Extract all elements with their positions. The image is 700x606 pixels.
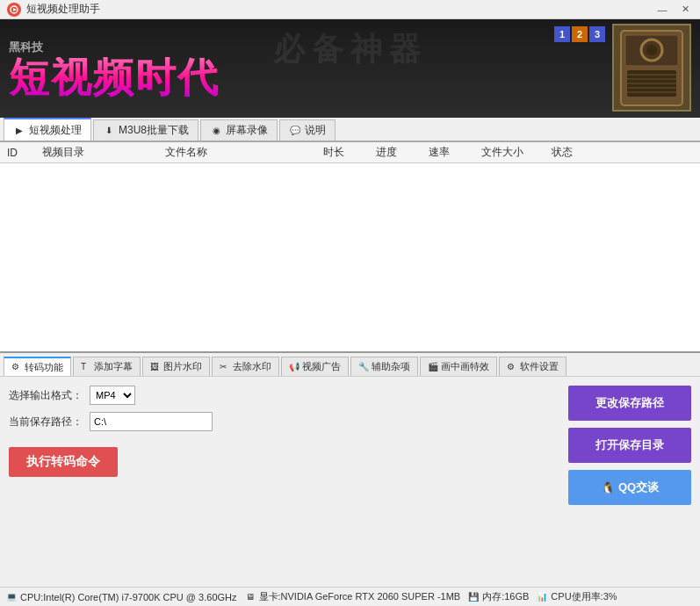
col-header-dir: 视频目录 <box>39 145 162 160</box>
badge-1: 1 <box>554 26 570 42</box>
gpu-icon: 🖥 <box>244 591 256 603</box>
qq-icon: 🐧 <box>601 481 615 494</box>
table-area: ID 视频目录 文件名称 时长 进度 速率 文件大小 状态 <box>0 142 700 353</box>
format-select[interactable]: MP4 AVI MKV FLV MOV <box>90 386 135 405</box>
col-header-id: ID <box>4 147 39 159</box>
badge-3: 3 <box>589 26 605 42</box>
status-bar: 💻 CPU:Intel(R) Core(TM) i7-9700K CPU @ 3… <box>0 587 700 606</box>
remove-watermark-icon: ✂ <box>220 362 230 372</box>
open-dir-button[interactable]: 打开保存目录 <box>568 428 691 463</box>
svg-point-5 <box>646 45 657 55</box>
ad-icon: 📢 <box>289 362 299 372</box>
func-content: 选择输出格式： MP4 AVI MKV FLV MOV 当前保存路径： 执行转码… <box>0 377 700 514</box>
svg-marker-1 <box>13 8 17 11</box>
tab-help-icon: 💬 <box>289 125 301 137</box>
func-tab-pip-label: 画中画特效 <box>441 360 489 373</box>
exec-transcode-button[interactable]: 执行转码命令 <box>9 447 118 477</box>
func-tab-pip[interactable]: 🎬 画中画特效 <box>420 357 497 376</box>
gpu-status: 🖥 显卡:NVIDIA GeForce RTX 2060 SUPER -1MB <box>244 590 461 603</box>
misc-icon: 🔧 <box>358 362 369 372</box>
title-bar: 短视频处理助手 — ✕ <box>0 0 700 19</box>
cpu-label: CPU:Intel(R) Core(TM) i7-9700K CPU @ 3.6… <box>20 592 237 602</box>
app-title: 短视频处理助手 <box>26 2 654 17</box>
func-tab-ad[interactable]: 📢 视频广告 <box>281 357 349 376</box>
change-path-button[interactable]: 更改保存路径 <box>568 386 691 421</box>
tab-screen-icon: ◉ <box>210 125 222 137</box>
qq-chat-label: QQ交谈 <box>618 480 659 495</box>
watermark-img-icon: 🖼 <box>150 362 161 372</box>
bottom-area: ⚙ 转码功能 T 添加字幕 🖼 图片水印 ✂ 去除水印 📢 视频广告 🔧 辅助杂… <box>0 353 700 514</box>
col-header-status: 状态 <box>548 145 696 160</box>
banner: 必备神器 黑科技 短视频时代 1 2 3 <box>0 19 700 118</box>
cpu-usage-label: CPU使用率:3% <box>551 590 617 603</box>
banner-decoration <box>612 24 691 112</box>
tab-m3u8-icon: ⬇ <box>103 125 115 137</box>
table-header: ID 视频目录 文件名称 时长 进度 速率 文件大小 状态 <box>0 142 700 163</box>
func-tab-misc-label: 辅助杂项 <box>372 360 410 373</box>
col-header-size: 文件大小 <box>478 145 548 160</box>
tab-m3u8[interactable]: ⬇ M3U8批量下载 <box>93 119 198 141</box>
func-tab-subtitle-label: 添加字幕 <box>94 360 133 373</box>
func-tab-transcode[interactable]: ⚙ 转码功能 <box>4 357 71 376</box>
banner-badges: 1 2 3 <box>554 26 605 42</box>
func-tab-settings[interactable]: ⚙ 软件设置 <box>499 357 566 376</box>
tab-m3u8-label: M3U8批量下载 <box>119 123 189 138</box>
func-left-panel: 选择输出格式： MP4 AVI MKV FLV MOV 当前保存路径： 执行转码… <box>9 386 559 505</box>
cpu-status: 💻 CPU:Intel(R) Core(TM) i7-9700K CPU @ 3… <box>5 591 237 603</box>
col-header-prog: 进度 <box>372 145 425 160</box>
minimize-button[interactable]: — <box>654 2 670 18</box>
col-header-speed: 速率 <box>425 145 478 160</box>
transcode-icon: ⚙ <box>11 362 22 372</box>
func-tab-remove-watermark[interactable]: ✂ 去除水印 <box>212 357 279 376</box>
func-tab-remove-watermark-label: 去除水印 <box>233 360 271 373</box>
func-tab-settings-label: 软件设置 <box>520 360 559 373</box>
format-row: 选择输出格式： MP4 AVI MKV FLV MOV <box>9 386 559 405</box>
func-tab-ad-label: 视频广告 <box>302 360 341 373</box>
tab-help-label: 说明 <box>305 123 326 138</box>
close-button[interactable]: ✕ <box>677 2 693 18</box>
tab-help[interactable]: 💬 说明 <box>279 119 336 141</box>
app-icon <box>7 3 21 17</box>
tab-video-icon: ▶ <box>13 124 25 136</box>
exec-btn-row: 执行转码命令 <box>9 438 559 477</box>
subtitle-icon: T <box>81 362 91 372</box>
cpu-usage-icon: 📊 <box>536 591 548 603</box>
col-header-name: 文件名称 <box>162 145 320 160</box>
path-input[interactable] <box>90 412 213 431</box>
col-header-dur: 时长 <box>320 145 372 160</box>
func-tab-transcode-label: 转码功能 <box>25 361 63 374</box>
cpu-usage-status: 📊 CPU使用率:3% <box>536 590 617 603</box>
tab-screen-label: 屏幕录像 <box>226 123 268 138</box>
func-right-panel: 更改保存路径 打开保存目录 🐧 QQ交谈 <box>568 386 691 505</box>
qq-chat-button[interactable]: 🐧 QQ交谈 <box>568 470 691 505</box>
mem-icon: 💾 <box>467 591 480 603</box>
banner-main-title: 短视频时代 <box>9 57 700 97</box>
func-tab-misc[interactable]: 🔧 辅助杂项 <box>350 357 418 376</box>
mem-status: 💾 内存:16GB <box>467 590 529 603</box>
path-row: 当前保存路径： <box>9 412 559 431</box>
func-tabs: ⚙ 转码功能 T 添加字幕 🖼 图片水印 ✂ 去除水印 📢 视频广告 🔧 辅助杂… <box>0 353 700 377</box>
main-tabs-row: ▶ 短视频处理 ⬇ M3U8批量下载 ◉ 屏幕录像 💬 说明 <box>0 118 700 142</box>
tab-screen[interactable]: ◉ 屏幕录像 <box>200 119 278 141</box>
tab-video[interactable]: ▶ 短视频处理 <box>4 118 91 141</box>
window-controls: — ✕ <box>654 2 693 18</box>
table-body <box>0 163 700 348</box>
format-label: 选择输出格式： <box>9 388 83 403</box>
tab-video-label: 短视频处理 <box>29 123 82 138</box>
settings-icon: ⚙ <box>507 362 517 372</box>
func-tab-watermark-img[interactable]: 🖼 图片水印 <box>142 357 210 376</box>
func-tab-subtitle[interactable]: T 添加字幕 <box>73 357 141 376</box>
mem-label: 内存:16GB <box>482 590 529 603</box>
func-tab-watermark-img-label: 图片水印 <box>163 360 202 373</box>
gpu-label: 显卡:NVIDIA GeForce RTX 2060 SUPER -1MB <box>259 590 461 603</box>
cpu-icon: 💻 <box>5 591 18 603</box>
pip-icon: 🎬 <box>428 362 438 372</box>
badge-2: 2 <box>572 26 588 42</box>
path-label: 当前保存路径： <box>9 415 83 429</box>
